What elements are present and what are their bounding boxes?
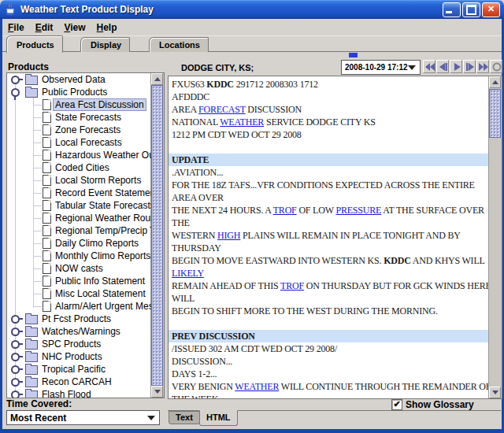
tree-item[interactable]: State Forecasts <box>7 111 151 124</box>
glossary-link[interactable]: WEATHER <box>235 381 279 392</box>
close-button[interactable]: ✕ <box>482 2 500 17</box>
tree-item[interactable]: Regional Temp/Precip Tables <box>7 224 151 237</box>
tree-scroll-thumb[interactable] <box>151 85 163 386</box>
tree-item[interactable]: Pt Fcst Products <box>7 313 151 325</box>
tree-item[interactable]: Zone Forecasts <box>7 124 151 136</box>
tree-item[interactable]: Watches/Warnings <box>7 325 151 338</box>
tree-item[interactable]: Hazardous Weather Outlook <box>7 149 151 161</box>
glossary-link[interactable]: TROF <box>280 280 304 291</box>
tree-item-label[interactable]: Recon CARCAH <box>40 376 113 387</box>
tab-products[interactable]: Products <box>6 35 63 53</box>
fast-forward-button[interactable] <box>476 60 489 73</box>
tab-display[interactable]: Display <box>80 37 130 52</box>
glossary-link[interactable]: HIGH <box>217 230 240 241</box>
tree-item-label[interactable]: Tabular State Forecasts <box>54 200 151 211</box>
tree-item-label[interactable]: Monthly Climo Reports <box>54 250 151 261</box>
tree-item-label[interactable]: Observed Data <box>40 74 107 85</box>
tab-locations[interactable]: Locations <box>149 37 209 52</box>
tree-item-label[interactable]: Regional Weather Roundups <box>54 213 151 224</box>
tree-item[interactable]: Record Event Statements <box>7 187 151 199</box>
menu-view[interactable]: View <box>58 20 91 35</box>
tree-item-label[interactable]: Coded Cities <box>54 162 111 173</box>
tree-scroll-up-button[interactable] <box>151 73 163 85</box>
text-scroll-thumb[interactable] <box>489 89 501 138</box>
tree-item-label[interactable]: Flash Flood <box>40 389 93 398</box>
format-tab-html[interactable]: HTML <box>199 410 238 426</box>
tree-item-label[interactable]: Regional Temp/Precip Tables <box>54 225 151 236</box>
glossary-link[interactable]: WEATHER <box>220 117 264 128</box>
tree-item-label[interactable]: Pt Fcst Products <box>40 313 113 324</box>
tree-collapsed-handle-icon[interactable] <box>11 340 20 349</box>
tree-item[interactable]: Daily Climo Reports <box>7 237 151 250</box>
tree-item[interactable]: Recon CARCAH <box>7 376 151 388</box>
tree-item-label[interactable]: SPC Products <box>40 339 102 350</box>
tree-item-label[interactable]: NHC Products <box>40 351 104 362</box>
tree-item-label[interactable]: Watches/Warnings <box>40 326 122 337</box>
tree-scrollbar[interactable] <box>150 73 164 398</box>
play-button[interactable] <box>450 60 462 73</box>
step-forward-button[interactable] <box>463 60 476 73</box>
step-back-button[interactable] <box>436 60 449 73</box>
tree-item[interactable]: Observed Data <box>7 73 151 86</box>
text-scroll-down-button[interactable] <box>489 387 501 398</box>
tree-collapsed-handle-icon[interactable] <box>11 390 20 398</box>
tree-item-label[interactable]: Public Products <box>40 87 109 98</box>
tree-item[interactable]: Regional Weather Roundups <box>7 212 151 224</box>
glossary-link[interactable]: FORECAST <box>198 104 246 115</box>
tree-collapsed-handle-icon[interactable] <box>11 365 20 374</box>
tree-item-label[interactable]: Public Info Statement <box>54 276 146 287</box>
tree-item-label[interactable]: Local Storm Reports <box>54 175 143 186</box>
glossary-link[interactable]: PRESSURE <box>335 205 381 216</box>
rewind-button[interactable] <box>423 60 435 73</box>
tree-item[interactable]: Flash Flood <box>7 388 151 398</box>
tree-item[interactable]: Public Info Statement <box>7 275 151 287</box>
tree-item[interactable]: NOW casts <box>7 262 151 275</box>
tree-item[interactable]: Monthly Climo Reports <box>7 250 151 262</box>
tree-item[interactable]: Misc Local Statement <box>7 287 151 300</box>
tree-item-label[interactable]: Alarm/Alert Urgent Message <box>54 301 151 312</box>
tree-item-label[interactable]: Record Event Statements <box>54 187 151 198</box>
tree-collapsed-handle-icon[interactable] <box>11 353 20 361</box>
glossary-link[interactable]: LIKELY <box>172 268 204 279</box>
tree-item-label[interactable]: Zone Forecasts <box>54 124 122 135</box>
tree-item-label[interactable]: Hazardous Weather Outlook <box>54 150 151 161</box>
format-tab-text[interactable]: Text <box>169 411 200 424</box>
menu-edit[interactable]: Edit <box>30 20 59 35</box>
tree-item[interactable]: Tabular State Forecasts <box>7 199 151 212</box>
tree-item[interactable]: Alarm/Alert Urgent Message <box>7 300 151 313</box>
tree-item[interactable]: Local Forecasts <box>7 136 151 149</box>
tree-item[interactable]: Tropical Pacific <box>7 363 151 376</box>
tree-item[interactable]: NHC Products <box>7 350 151 363</box>
tree-collapsed-handle-icon[interactable] <box>11 378 20 387</box>
tree-item[interactable]: SPC Products <box>7 338 151 350</box>
show-glossary-checkbox[interactable]: ✔ <box>391 399 402 410</box>
minimize-button[interactable] <box>443 2 461 17</box>
tree-item-label[interactable]: Misc Local Statement <box>54 288 147 299</box>
tree-item-label[interactable]: Daily Climo Reports <box>54 238 140 249</box>
products-tree-panel: Observed DataPublic ProductsArea Fcst Di… <box>6 72 165 398</box>
tree-item-label[interactable]: Local Forecasts <box>54 137 124 148</box>
tree-item-label[interactable]: Tropical Pacific <box>40 364 107 375</box>
time-select-combo[interactable]: 2008-10-29 17:12:50Z <box>341 60 421 75</box>
maximize-button[interactable] <box>462 2 480 17</box>
menu-file[interactable]: File <box>2 20 30 35</box>
menu-help[interactable]: Help <box>91 20 123 35</box>
loop-button[interactable] <box>490 60 502 73</box>
glossary-link[interactable]: TROF <box>273 205 297 216</box>
tree-item[interactable]: Coded Cities <box>7 161 151 174</box>
tree-item-label[interactable]: Area Fcst Discussion <box>54 99 146 110</box>
tree-scroll-down-button[interactable] <box>151 386 163 398</box>
tree-collapsed-handle-icon[interactable] <box>11 315 20 324</box>
tree-expanded-handle-icon[interactable] <box>11 88 20 97</box>
tree-collapsed-handle-icon[interactable] <box>11 328 20 336</box>
title-bar[interactable]: Weather Text Product Display ✕ <box>0 0 504 19</box>
tree-collapsed-handle-icon[interactable] <box>11 76 20 84</box>
text-scrollbar[interactable] <box>488 76 502 398</box>
time-covered-combo[interactable]: Most Recent <box>6 410 160 425</box>
tree-item[interactable]: Local Storm Reports <box>7 174 151 187</box>
tree-item-label[interactable]: State Forecasts <box>54 112 123 123</box>
tree-item-label[interactable]: NOW casts <box>54 263 105 274</box>
tree-item[interactable]: Public Products <box>7 86 151 98</box>
text-scroll-up-button[interactable] <box>489 76 501 88</box>
tree-item[interactable]: Area Fcst Discussion <box>7 98 151 111</box>
